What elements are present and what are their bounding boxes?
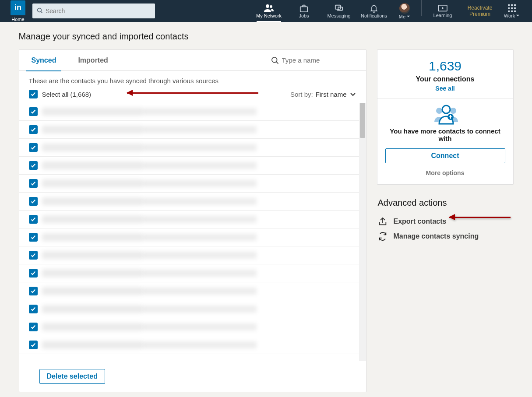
svg-point-2	[266, 4, 269, 8]
people-icon	[264, 4, 274, 13]
contact-row[interactable]	[19, 139, 366, 157]
top-nav: in Home My Network Jobs Messaging Notifi…	[0, 0, 532, 22]
contact-email-blurred	[143, 306, 257, 313]
contact-email-blurred	[143, 162, 257, 169]
tab-synced[interactable]: Synced	[29, 50, 59, 71]
contact-row[interactable]	[19, 246, 366, 264]
tab-imported[interactable]: Imported	[75, 50, 110, 71]
nav-jobs[interactable]: Jobs	[286, 0, 321, 22]
annotation-arrow	[127, 92, 258, 94]
contact-name-blurred	[42, 108, 143, 116]
sync-icon	[378, 232, 388, 241]
contact-row[interactable]	[19, 336, 366, 354]
annotation-arrow	[449, 217, 511, 218]
svg-rect-12	[511, 7, 513, 9]
page-title: Manage your synced and imported contacts	[19, 32, 514, 42]
contacts-card: Synced Imported These are the contacts y…	[19, 49, 366, 392]
contact-name-blurred	[42, 179, 143, 187]
linkedin-logo-icon: in	[11, 0, 25, 15]
nav-messaging[interactable]: Messaging	[321, 0, 356, 22]
export-label: Export contacts	[394, 218, 447, 225]
contact-email-blurred	[143, 323, 257, 330]
sort-dropdown[interactable]: Sort by: First name	[290, 91, 356, 98]
contact-row[interactable]	[19, 157, 366, 175]
contact-row[interactable]	[19, 282, 366, 300]
row-checkbox[interactable]	[29, 305, 38, 313]
contact-email-blurred	[143, 252, 257, 259]
global-search[interactable]	[32, 4, 155, 18]
search-input[interactable]	[32, 4, 155, 18]
sort-label: Sort by:	[290, 91, 313, 98]
row-checkbox[interactable]	[29, 269, 38, 278]
svg-rect-13	[514, 7, 516, 9]
contact-row[interactable]	[19, 264, 366, 282]
contact-search[interactable]	[271, 56, 356, 65]
contact-email-blurred	[143, 144, 257, 151]
svg-line-1	[41, 11, 42, 13]
more-options-link[interactable]: More options	[385, 169, 505, 176]
row-checkbox[interactable]	[29, 197, 38, 206]
connections-label: Your connections	[385, 75, 505, 83]
contact-row[interactable]	[19, 121, 366, 139]
nav-me[interactable]: Me	[391, 0, 418, 22]
contact-row[interactable]	[19, 103, 366, 121]
row-checkbox[interactable]	[29, 323, 38, 331]
premium-line1: Reactivate	[468, 5, 493, 11]
contact-name-blurred	[42, 126, 143, 134]
contact-name-blurred	[42, 215, 143, 223]
contact-row[interactable]	[19, 318, 366, 336]
contact-email-blurred	[143, 108, 257, 115]
row-checkbox[interactable]	[29, 179, 38, 188]
contact-name-blurred	[42, 197, 143, 205]
contact-search-input[interactable]	[282, 56, 356, 64]
svg-rect-15	[511, 11, 513, 12]
svg-rect-11	[508, 7, 510, 9]
select-all-checkbox[interactable]	[29, 90, 38, 98]
contact-row[interactable]	[19, 228, 366, 246]
scrollbar-thumb[interactable]	[360, 103, 365, 138]
bell-icon	[370, 4, 378, 13]
connections-card: 1,639 Your connections See all You have …	[377, 49, 514, 185]
svg-rect-14	[508, 11, 510, 12]
contact-row[interactable]	[19, 175, 366, 193]
row-checkbox[interactable]	[29, 233, 38, 242]
nav-label: My Network	[256, 13, 282, 18]
row-checkbox[interactable]	[29, 161, 38, 170]
row-checkbox[interactable]	[29, 287, 38, 295]
row-checkbox[interactable]	[29, 215, 38, 224]
contact-name-blurred	[42, 269, 143, 277]
contact-email-blurred	[143, 180, 257, 187]
manage-syncing-link[interactable]: Manage contacts syncing	[377, 229, 514, 244]
svg-point-0	[38, 8, 42, 12]
nav-my-network[interactable]: My Network	[251, 0, 286, 22]
export-contacts-link[interactable]: Export contacts	[377, 214, 514, 229]
row-checkbox[interactable]	[29, 107, 38, 116]
svg-point-19	[436, 108, 442, 114]
svg-point-3	[270, 5, 272, 8]
see-all-link[interactable]: See all	[435, 85, 454, 92]
svg-rect-4	[300, 7, 307, 12]
row-checkbox[interactable]	[29, 125, 38, 134]
nav-label: Learning	[433, 13, 452, 18]
scrollbar[interactable]	[359, 103, 366, 361]
nav-home[interactable]: in Home	[8, 0, 28, 22]
nav-home-label: Home	[11, 17, 24, 22]
contact-row[interactable]	[19, 300, 366, 318]
search-icon	[271, 56, 279, 65]
row-checkbox[interactable]	[29, 341, 38, 349]
contact-row[interactable]	[19, 211, 366, 228]
nav-premium[interactable]: ReactivatePremium	[460, 0, 500, 22]
people-plus-icon	[433, 105, 458, 124]
search-icon	[36, 7, 43, 15]
row-checkbox[interactable]	[29, 143, 38, 152]
nav-learning[interactable]: Learning	[425, 0, 460, 22]
nav-label: Me	[399, 14, 405, 19]
nav-notifications[interactable]: Notifications	[356, 0, 391, 22]
svg-rect-9	[511, 4, 513, 6]
premium-line2: Premium	[469, 11, 490, 17]
row-checkbox[interactable]	[29, 251, 38, 260]
contact-row[interactable]	[19, 193, 366, 211]
nav-work[interactable]: Work	[500, 0, 524, 22]
delete-selected-button[interactable]: Delete selected	[39, 369, 106, 384]
connect-button[interactable]: Connect	[385, 148, 505, 163]
